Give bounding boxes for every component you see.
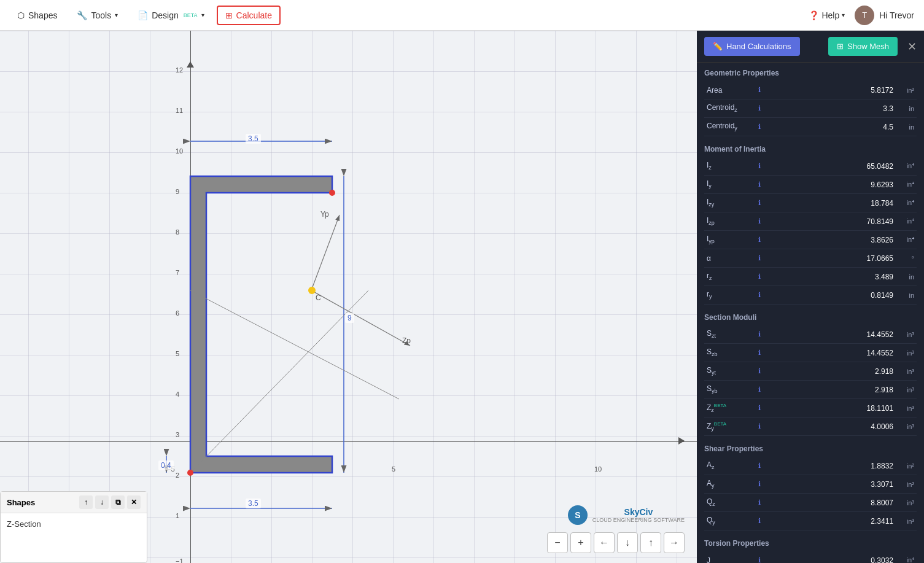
prop-centroid-y: Centroidy ℹ 4.5 in [704,118,917,136]
info-icon-cy[interactable]: ℹ [753,123,766,131]
shapes-tool-copy[interactable]: ⧉ [111,495,125,509]
info-icon-syt[interactable]: ℹ [753,367,766,375]
dim-label-right-9: 9 [345,313,354,323]
info-icon-szb[interactable]: ℹ [753,349,766,357]
shapes-icon: ⬡ [17,10,25,20]
prop-j: J ℹ 0.3032 in⁴ [704,551,917,563]
value-iyp: 3.8626 [766,236,897,244]
value-alpha: 17.0665 [766,254,897,263]
pencil-icon: ✏️ [713,42,723,51]
help-button[interactable]: ❓ Help ▾ [809,10,845,20]
help-dropdown-icon: ▾ [842,12,845,18]
shape-drawing [0,31,697,563]
user-profile[interactable]: T Hi Trevor [855,6,914,25]
value-j: 0.3032 [766,556,897,564]
pan-down-button[interactable]: ↓ [617,532,638,553]
prop-zz-beta: ZzBETA ℹ 18.1101 in³ [704,399,917,417]
info-icon-szt[interactable]: ℹ [753,330,766,338]
prop-syb: Syb ℹ 2.918 in³ [704,381,917,399]
dropdown-arrow-icon: ▾ [201,12,204,18]
nav-shapes[interactable]: ⬡ Shapes [10,7,64,24]
shapes-panel-header: Shapes ↑ ↓ ⧉ ✕ [1,492,147,513]
pan-right-button[interactable]: → [664,532,685,553]
value-az: 1.8832 [766,462,897,470]
value-ay: 3.3071 [766,480,897,489]
info-icon-iy[interactable]: ℹ [753,181,766,188]
info-icon-ay[interactable]: ℹ [753,480,766,488]
geometric-properties-section: Geometric Properties Area ℹ 5.8172 in² C… [697,63,924,139]
torsion-section-title: Torsion Properties [704,539,917,548]
nav-tools[interactable]: 🔧 Tools ▾ [69,7,125,24]
value-szb: 14.4552 [766,349,897,357]
info-icon-syb[interactable]: ℹ [753,386,766,394]
centroid-label: C [316,293,321,302]
value-syt: 2.918 [766,367,897,376]
value-zz: 18.1101 [766,404,897,413]
info-icon-cz[interactable]: ℹ [753,104,766,112]
unit-area: in² [897,87,917,94]
unit-iz: in⁴ [897,162,917,170]
main-area: 12 11 10 9 8 7 6 5 4 3 2 1 −1 −5 5 10 [0,31,924,563]
close-panel-button[interactable]: ✕ [907,40,917,53]
unit-ay: in² [897,481,917,488]
prop-area: Area ℹ 5.8172 in² [704,81,917,99]
pan-up-button[interactable]: ↑ [640,532,661,553]
info-icon-izy[interactable]: ℹ [753,199,766,207]
info-icon-area[interactable]: ℹ [753,86,766,94]
unit-iyp: in⁴ [897,236,917,244]
value-szt: 14.4552 [766,330,897,339]
hand-calculations-button[interactable]: ✏️ Hand Calculations [704,37,800,56]
nav-calculate[interactable]: ⊞ Calculate [217,6,281,25]
shapes-panel-title: Shapes [7,498,35,507]
prop-qy: Qy ℹ 2.3411 in³ [704,512,917,530]
value-ry: 0.8149 [766,291,897,300]
show-mesh-button[interactable]: ⊞ Show Mesh [828,37,898,56]
value-izp: 70.8149 [766,217,897,226]
canvas-area[interactable]: 12 11 10 9 8 7 6 5 4 3 2 1 −1 −5 5 10 [0,31,697,563]
svg-text:S: S [575,510,580,520]
prop-ay: Ay ℹ 3.3071 in² [704,475,917,494]
unit-syt: in³ [897,368,917,375]
info-icon-qz[interactable]: ℹ [753,499,766,507]
value-iz: 65.0482 [766,162,897,171]
info-icon-qy[interactable]: ℹ [753,517,766,525]
info-icon-iz[interactable]: ℹ [753,162,766,170]
info-icon-j[interactable]: ℹ [753,556,766,563]
info-icon-alpha[interactable]: ℹ [753,254,766,262]
value-zy: 4.0006 [766,422,897,431]
info-icon-zy[interactable]: ℹ [753,422,766,430]
info-icon-izp[interactable]: ℹ [753,217,766,225]
nav-design[interactable]: 📄 Design BETA ▾ [130,7,211,24]
right-panel: ✏️ Hand Calculations ⊞ Show Mesh ✕ Geome… [697,31,924,563]
grid-icon: ⊞ [837,42,844,51]
info-icon-zz[interactable]: ℹ [753,404,766,412]
shapes-item-zsection[interactable]: Z-Section [7,517,141,531]
unit-ry: in [897,292,917,299]
value-syb: 2.918 [766,386,897,394]
shapes-tool-delete[interactable]: ✕ [127,495,141,509]
value-cz: 3.3 [766,104,897,113]
moment-inertia-section: Moment of Inertia Iz ℹ 65.0482 in⁴ Iy ℹ … [697,139,924,307]
moduli-section-title: Section Moduli [704,313,917,322]
prop-izp: Izp ℹ 70.8149 in⁴ [704,212,917,231]
wrench-icon: 🔧 [77,10,87,20]
info-icon-rz[interactable]: ℹ [753,273,766,281]
prop-szb: Szb ℹ 14.4552 in³ [704,344,917,362]
shapes-tool-up[interactable]: ↑ [79,495,93,509]
zoom-plus-button[interactable]: + [570,532,591,553]
shapes-panel-tools: ↑ ↓ ⧉ ✕ [79,495,141,509]
shapes-tool-down[interactable]: ↓ [95,495,109,509]
unit-iy: in⁴ [897,181,917,188]
info-icon-iyp[interactable]: ℹ [753,236,766,244]
shapes-panel: Shapes ↑ ↓ ⧉ ✕ Z-Section [0,491,147,563]
unit-j: in⁴ [897,556,917,563]
unit-zz: in³ [897,405,917,412]
unit-zy: in³ [897,423,917,430]
zoom-minus-button[interactable]: − [547,532,568,553]
pan-left-button[interactable]: ← [594,532,615,553]
torsion-properties-section: Torsion Properties J ℹ 0.3032 in⁴ r ℹ 0.… [697,533,924,563]
info-icon-ry[interactable]: ℹ [753,291,766,299]
calculate-icon: ⊞ [225,10,233,20]
info-icon-az[interactable]: ℹ [753,462,766,470]
svg-line-7 [311,215,340,290]
